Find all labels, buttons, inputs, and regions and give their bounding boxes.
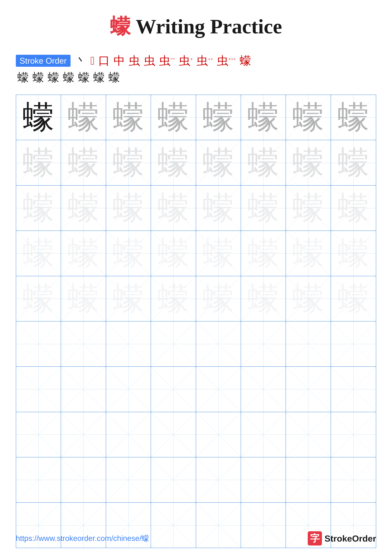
grid-row-4: 蠓 蠓 蠓 蠓 蠓 — [16, 276, 376, 321]
grid-cell-6-5 — [241, 367, 286, 412]
grid-cell-5-4 — [196, 321, 241, 366]
practice-char-3-7: 蠓 — [338, 237, 369, 269]
grid-cell-1-2: 蠓 — [106, 140, 151, 185]
stroke-step-18: 蠓 — [108, 70, 120, 85]
grid-cell-2-3: 蠓 — [151, 186, 196, 231]
logo-text: StrokeOrder — [324, 533, 376, 544]
grid-cell-2-4: 蠓 — [196, 186, 241, 231]
grid-cell-4-4: 蠓 — [196, 276, 241, 321]
practice-char-4-5: 蠓 — [248, 283, 279, 314]
practice-char-0-7: 蠓 — [338, 102, 369, 133]
grid-cell-1-3: 蠓 — [151, 140, 196, 185]
practice-char-4-2: 蠓 — [113, 283, 144, 314]
practice-char-2-6: 蠓 — [292, 192, 324, 224]
practice-char-4-3: 蠓 — [157, 283, 189, 314]
grid-row-1: 蠓 蠓 蠓 蠓 蠓 — [16, 140, 376, 185]
grid-row-6 — [16, 367, 376, 412]
grid-cell-8-2 — [106, 457, 151, 502]
grid-row-8 — [16, 457, 376, 503]
grid-cell-1-6: 蠓 — [286, 140, 331, 185]
practice-char-3-4: 蠓 — [203, 237, 234, 269]
practice-grid: 蠓 蠓 蠓 蠓 蠓 — [16, 95, 376, 548]
stroke-step-16: 蠓 — [78, 70, 90, 85]
stroke-step-13: 蠓 — [33, 70, 44, 85]
practice-char-2-0: 蠓 — [23, 192, 54, 224]
grid-cell-2-5: 蠓 — [241, 186, 286, 231]
stroke-step-10: 虫+++ — [217, 53, 236, 68]
practice-char-2-1: 蠓 — [68, 192, 99, 224]
practice-char-1-4: 蠓 — [203, 147, 234, 179]
practice-char-3-0: 蠓 — [23, 237, 54, 269]
stroke-step-5: 虫 — [129, 53, 140, 68]
grid-cell-8-1 — [61, 457, 106, 502]
grid-cell-3-0: 蠓 — [16, 231, 61, 276]
stroke-order-badge: Stroke Order — [16, 55, 71, 67]
grid-cell-2-7: 蠓 — [331, 186, 376, 231]
stroke-order-section: Stroke Order 丶 𠃌 口 中 虫 虫 虫一 虫+ 虫++ 虫+++ … — [16, 53, 376, 85]
grid-cell-3-6: 蠓 — [286, 231, 331, 276]
grid-cell-0-5: 蠓 — [241, 95, 286, 140]
grid-cell-2-2: 蠓 — [106, 186, 151, 231]
stroke-step-2: 𠃌 — [90, 54, 95, 67]
stroke-step-9: 虫++ — [197, 53, 213, 68]
footer-logo: 字 StrokeOrder — [308, 531, 376, 546]
practice-char-1-1: 蠓 — [68, 147, 99, 179]
grid-cell-6-4 — [196, 367, 241, 412]
grid-cell-0-3: 蠓 — [151, 95, 196, 140]
practice-char-2-5: 蠓 — [248, 192, 279, 224]
practice-char-3-3: 蠓 — [157, 237, 189, 269]
grid-cell-6-6 — [286, 367, 331, 412]
grid-cell-0-6: 蠓 — [286, 95, 331, 140]
practice-char-1-5: 蠓 — [248, 147, 279, 179]
grid-cell-3-3: 蠓 — [151, 231, 196, 276]
grid-cell-5-6 — [286, 321, 331, 366]
practice-char-1-2: 蠓 — [113, 147, 144, 179]
practice-char-1-7: 蠓 — [338, 147, 369, 179]
grid-cell-1-7: 蠓 — [331, 140, 376, 185]
grid-cell-5-3 — [151, 321, 196, 366]
grid-cell-8-6 — [286, 457, 331, 502]
practice-char-0-5: 蠓 — [248, 102, 279, 133]
practice-char-4-7: 蠓 — [338, 283, 369, 314]
stroke-step-14: 蠓 — [48, 70, 59, 85]
practice-char-3-6: 蠓 — [292, 237, 324, 269]
grid-cell-8-7 — [331, 457, 376, 502]
grid-cell-4-7: 蠓 — [331, 276, 376, 321]
grid-row-7 — [16, 412, 376, 457]
grid-cell-5-7 — [331, 321, 376, 366]
grid-cell-1-4: 蠓 — [196, 140, 241, 185]
grid-cell-5-5 — [241, 321, 286, 366]
grid-cell-7-1 — [61, 412, 106, 457]
footer-url[interactable]: https://www.strokeorder.com/chinese/蠓 — [16, 533, 149, 543]
grid-cell-6-1 — [61, 367, 106, 412]
grid-cell-6-0 — [16, 367, 61, 412]
practice-char-4-6: 蠓 — [292, 283, 324, 314]
grid-cell-1-0: 蠓 — [16, 140, 61, 185]
grid-cell-6-2 — [106, 367, 151, 412]
grid-cell-0-1: 蠓 — [61, 95, 106, 140]
grid-cell-3-2: 蠓 — [106, 231, 151, 276]
practice-char-2-7: 蠓 — [338, 192, 369, 224]
grid-cell-7-0 — [16, 412, 61, 457]
stroke-step-8: 虫+ — [179, 53, 193, 68]
grid-row-2: 蠓 蠓 蠓 蠓 蠓 — [16, 186, 376, 231]
grid-cell-3-4: 蠓 — [196, 231, 241, 276]
practice-char-3-5: 蠓 — [248, 237, 279, 269]
practice-char-0-4: 蠓 — [203, 102, 234, 133]
practice-char-2-3: 蠓 — [157, 192, 189, 224]
grid-cell-8-5 — [241, 457, 286, 502]
practice-char-4-4: 蠓 — [203, 283, 234, 314]
grid-cell-0-2: 蠓 — [106, 95, 151, 140]
grid-cell-8-0 — [16, 457, 61, 502]
grid-cell-2-0: 蠓 — [16, 186, 61, 231]
stroke-step-11: 蠓 — [240, 53, 251, 68]
grid-cell-5-2 — [106, 321, 151, 366]
stroke-order-row2: 蠓 蠓 蠓 蠓 蠓 蠓 蠓 — [16, 70, 376, 85]
stroke-step-1: 丶 — [75, 53, 87, 68]
grid-cell-4-2: 蠓 — [106, 276, 151, 321]
grid-cell-7-3 — [151, 412, 196, 457]
grid-cell-5-0 — [16, 321, 61, 366]
grid-cell-6-3 — [151, 367, 196, 412]
stroke-step-6: 虫 — [144, 53, 155, 68]
grid-cell-4-1: 蠓 — [61, 276, 106, 321]
